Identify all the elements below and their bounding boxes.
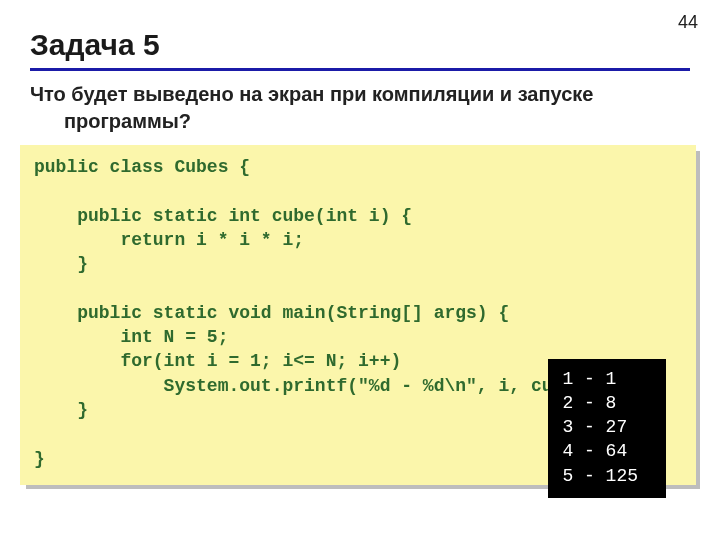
slide-page: 44 Задача 5 Что будет выведено на экран … <box>0 0 720 540</box>
question-text: Что будет выведено на экран при компиляц… <box>30 81 690 135</box>
question-line-2: программы? <box>30 108 690 135</box>
slide-title: Задача 5 <box>30 28 690 62</box>
title-underline <box>30 68 690 71</box>
question-line-1: Что будет выведено на экран при компиляц… <box>30 83 593 105</box>
program-output: 1 - 1 2 - 8 3 - 27 4 - 64 5 - 125 <box>548 359 666 498</box>
page-number: 44 <box>678 12 698 33</box>
